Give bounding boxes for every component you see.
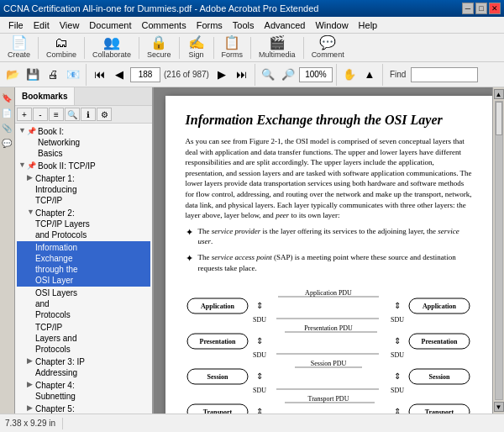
zoom-out-button[interactable]: 🔍 — [259, 66, 277, 84]
expand-ch3[interactable]: ▶ — [27, 356, 35, 365]
sidebar-search-button[interactable]: 🔍 — [65, 108, 80, 121]
menu-edit[interactable]: Edit — [29, 18, 55, 32]
save-button[interactable]: 💾 — [24, 66, 42, 84]
menu-view[interactable]: View — [55, 18, 85, 32]
sidebar: Bookmarks + - ≡ 🔍 ℹ ⚙ ▼ 📌 Book I:Network… — [15, 87, 154, 414]
left-icon-bar: 🔖 📄 📎 💬 — [0, 87, 15, 414]
tree-item-book1[interactable]: ▼ 📌 Book I:NetworkingBasics — [17, 125, 150, 160]
tree-item-tcpip-layers[interactable]: TCP/IPLayers andProtocols — [17, 321, 150, 356]
comment-button[interactable]: 💬 Comment — [307, 34, 349, 61]
open-button[interactable]: 📂 — [3, 66, 22, 84]
menu-help[interactable]: Help — [354, 18, 383, 32]
dimensions-text: 7.38 x 9.29 in — [5, 419, 55, 428]
combine-label: Combine — [46, 50, 76, 59]
minimize-button[interactable]: ─ — [462, 3, 474, 14]
tree-item-ch5[interactable]: ▶ Chapter 5:InternetProtocolVersion 6(IP… — [17, 403, 150, 414]
menu-forms[interactable]: Forms — [192, 18, 228, 32]
close-button[interactable]: ✕ — [489, 3, 501, 14]
bullet-2: ✦ The service access point (SAP) is a me… — [186, 252, 473, 273]
menu-comments[interactable]: Comments — [137, 18, 192, 32]
select-button[interactable]: ▲ — [360, 66, 379, 84]
tree-item-ch3[interactable]: ▶ Chapter 3: IPAddressing — [17, 356, 150, 379]
menu-document[interactable]: Document — [84, 18, 136, 32]
bookmarks-icon-btn[interactable]: 🔖 — [0, 91, 13, 104]
email-button[interactable]: 📧 — [64, 66, 82, 84]
sep7 — [303, 37, 304, 59]
create-button[interactable]: 📄 Create — [3, 34, 34, 61]
osi-info-label: InformationExchangethrough theOSI Layer — [35, 242, 78, 286]
svg-text:Transport: Transport — [424, 408, 454, 414]
find-input[interactable] — [411, 67, 478, 82]
maximize-button[interactable]: □ — [475, 3, 487, 14]
comments-icon-btn[interactable]: 💬 — [0, 136, 13, 150]
main-toolbar: 📄 Create 🗂 Combine 👥 Collaborate 🔒 Secur… — [0, 34, 504, 62]
tree-item-ch4[interactable]: ▶ Chapter 4:Subnetting — [17, 379, 150, 403]
tree-item-osi-info[interactable]: InformationExchangethrough theOSI Layer — [17, 241, 150, 287]
pages-icon-btn[interactable]: 📄 — [0, 106, 13, 119]
sidebar-options-button[interactable]: ≡ — [49, 108, 64, 121]
nav-toolbar: 📂 💾 🖨 📧 ⏮ ◀ (216 of 987) ▶ ⏭ 🔍 🔎 ✋ ▲ Fin… — [0, 62, 504, 87]
expand-ch1[interactable]: ▶ — [27, 173, 35, 182]
sep6 — [250, 37, 251, 59]
sign-button[interactable]: ✍ Sign — [183, 34, 210, 61]
last-page-button[interactable]: ⏭ — [233, 66, 251, 84]
tree-item-ch1[interactable]: ▶ Chapter 1:IntroducingTCP/IP — [17, 172, 150, 207]
bookmarks-tab-label: Bookmarks — [22, 92, 67, 101]
zoom-in-button[interactable]: 🔎 — [279, 66, 297, 84]
tree-item-book2[interactable]: ▼ 📌 Book II: TCP/IP — [17, 160, 150, 172]
expand-all-button[interactable]: + — [17, 108, 32, 121]
hand-tool-button[interactable]: ✋ — [340, 66, 359, 84]
vertical-scrollbar[interactable]: ▲ ▼ — [492, 87, 504, 414]
sidebar-settings-button[interactable]: ⚙ — [97, 108, 112, 121]
first-page-button[interactable]: ⏮ — [90, 66, 108, 84]
svg-text:SDU: SDU — [390, 387, 403, 394]
expand-ch4[interactable]: ▶ — [27, 380, 35, 388]
expand-ch5[interactable]: ▶ — [27, 403, 35, 412]
next-page-button[interactable]: ▶ — [213, 66, 231, 84]
svg-text:⇕: ⇕ — [256, 336, 263, 345]
menu-advanced[interactable]: Advanced — [260, 18, 311, 32]
page-number-input[interactable] — [130, 67, 160, 82]
combine-button[interactable]: 🗂 Combine — [42, 34, 81, 61]
sep11 — [382, 64, 383, 86]
sep3 — [139, 37, 139, 59]
multimedia-button[interactable]: 🎬 Multimedia — [255, 34, 300, 61]
pdf-page: Information Exchange through the OSI Lay… — [165, 96, 493, 414]
svg-text:SDU: SDU — [390, 351, 403, 359]
collaborate-button[interactable]: 👥 Collaborate — [88, 34, 135, 61]
sidebar-info-button[interactable]: ℹ — [81, 108, 96, 121]
expand-book1[interactable]: ▼ — [18, 126, 27, 134]
collaborate-icon: 👥 — [103, 36, 120, 50]
scroll-track — [495, 101, 503, 400]
print-button[interactable]: 🖨 — [44, 66, 62, 84]
collapse-all-button[interactable]: - — [33, 108, 48, 121]
attachments-icon-btn[interactable]: 📎 — [0, 121, 13, 134]
sidebar-toolbar: + - ≡ 🔍 ℹ ⚙ — [15, 106, 152, 124]
menu-file[interactable]: File — [3, 18, 29, 32]
svg-text:⇕: ⇕ — [394, 336, 401, 345]
expand-ch2[interactable]: ▼ — [27, 208, 35, 216]
tree-item-osi-layers[interactable]: OSI LayersandProtocols — [17, 287, 150, 321]
ch4-label: Chapter 4:Subnetting — [35, 380, 76, 402]
bookmarks-tab[interactable]: Bookmarks — [15, 87, 75, 105]
tree-item-ch2[interactable]: ▼ Chapter 2:TCP/IP Layersand Protocols — [17, 207, 150, 241]
bullet-text-1: The service provider is the layer offeri… — [198, 226, 473, 247]
title-text: CCNA Certification All-in-one for Dummie… — [3, 3, 318, 13]
scroll-thumb[interactable] — [496, 102, 502, 135]
menu-tools[interactable]: Tools — [228, 18, 260, 32]
multimedia-icon: 🎬 — [269, 36, 286, 50]
expand-book2[interactable]: ▼ — [18, 161, 27, 169]
book1-label: Book I:NetworkingBasics — [38, 126, 80, 159]
scroll-up-button[interactable]: ▲ — [494, 89, 504, 99]
secure-button[interactable]: 🔒 Secure — [143, 34, 176, 61]
ch3-label: Chapter 3: IPAddressing — [35, 356, 85, 378]
scroll-down-button[interactable]: ▼ — [494, 402, 504, 412]
forms-button[interactable]: 📋 Forms — [218, 34, 248, 61]
svg-text:⇕: ⇕ — [256, 371, 263, 381]
svg-text:⇕: ⇕ — [394, 407, 401, 414]
menu-window[interactable]: Window — [310, 18, 353, 32]
prev-page-button[interactable]: ◀ — [110, 66, 129, 84]
zoom-input[interactable] — [299, 67, 333, 82]
secure-label: Secure — [147, 50, 171, 59]
pdf-viewer[interactable]: Information Exchange through the OSI Lay… — [154, 87, 504, 414]
